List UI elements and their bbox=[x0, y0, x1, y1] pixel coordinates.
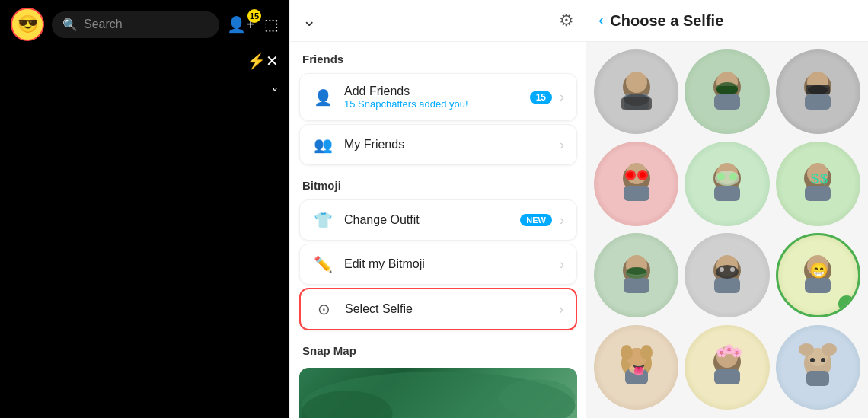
add-friends-item[interactable]: 👤 Add Friends 15 Snapchatters added you!… bbox=[299, 73, 577, 121]
add-friends-content: Add Friends 15 Snapchatters added you! bbox=[344, 85, 530, 110]
friends-section-label: Friends bbox=[290, 42, 586, 70]
svg-point-41 bbox=[716, 265, 739, 279]
change-outfit-item[interactable]: 👕 Change Outfit NEW › bbox=[299, 199, 577, 241]
my-friends-item[interactable]: 👥 My Friends › bbox=[299, 124, 577, 165]
svg-rect-9 bbox=[716, 86, 738, 94]
svg-point-37 bbox=[627, 267, 646, 275]
back-button[interactable]: ‹ bbox=[598, 11, 604, 30]
change-outfit-arrow: › bbox=[560, 212, 564, 228]
select-selfie-title: Select Selfie bbox=[345, 302, 559, 316]
select-selfie-content: Select Selfie bbox=[345, 302, 559, 316]
svg-rect-40 bbox=[714, 278, 740, 293]
right-panel: ‹ Choose a Selfie bbox=[586, 0, 868, 418]
change-outfit-title: Change Outfit bbox=[344, 213, 520, 227]
svg-rect-17 bbox=[624, 186, 649, 201]
selfie-item[interactable] bbox=[594, 233, 678, 317]
add-friends-subtitle: 15 Snapchatters added you! bbox=[344, 98, 530, 110]
chevron-down-icon[interactable]: ˅ bbox=[271, 85, 279, 104]
svg-text:$: $ bbox=[811, 171, 819, 187]
search-bar[interactable]: 🔍 Search bbox=[52, 11, 219, 38]
bitmoji-section-label: Bitmoji bbox=[290, 168, 586, 196]
svg-point-63 bbox=[799, 343, 814, 356]
svg-rect-24 bbox=[714, 186, 740, 201]
svg-point-66 bbox=[810, 358, 815, 362]
svg-point-1 bbox=[626, 72, 647, 93]
svg-point-27 bbox=[729, 173, 737, 180]
snap-map-preview[interactable] bbox=[299, 368, 577, 418]
svg-rect-65 bbox=[806, 371, 829, 386]
select-selfie-item[interactable]: ⊙ Select Selfie › bbox=[299, 288, 577, 330]
svg-point-20 bbox=[627, 172, 633, 178]
svg-rect-57 bbox=[714, 369, 740, 384]
selfie-item[interactable] bbox=[594, 142, 678, 226]
edit-bitmoji-content: Edit my Bitmoji bbox=[344, 257, 560, 271]
svg-point-14 bbox=[808, 85, 828, 94]
scan-button[interactable]: ⬚ bbox=[264, 15, 279, 34]
add-friends-badge: 15 bbox=[530, 91, 552, 104]
my-friends-title: My Friends bbox=[344, 138, 560, 152]
select-selfie-icon: ⊙ bbox=[313, 300, 334, 318]
edit-bitmoji-icon: ✏️ bbox=[312, 255, 333, 273]
right-title: Choose a Selfie bbox=[610, 12, 723, 30]
edit-bitmoji-arrow: › bbox=[560, 257, 564, 273]
add-friends-title: Add Friends bbox=[344, 85, 530, 98]
svg-point-4 bbox=[624, 94, 649, 106]
side-icons: ⚡✕ ˅ bbox=[0, 49, 289, 107]
svg-text:😁: 😁 bbox=[809, 261, 828, 279]
svg-rect-35 bbox=[624, 278, 649, 293]
svg-rect-46 bbox=[805, 278, 831, 293]
edit-bitmoji-item[interactable]: ✏️ Edit my Bitmoji › bbox=[299, 244, 577, 285]
svg-point-50 bbox=[621, 345, 633, 360]
my-friends-content: My Friends bbox=[344, 138, 560, 152]
middle-header: ⌄ ⚙ bbox=[290, 0, 586, 42]
middle-panel: ⌄ ⚙ Friends 👤 Add Friends 15 Snapchatter… bbox=[289, 0, 586, 418]
selfie-grid: $ $ bbox=[586, 42, 868, 418]
user-avatar[interactable]: 😎 bbox=[11, 8, 44, 41]
left-panel: 😎 🔍 Search 👤+ 15 ⬚ ⚡✕ ˅ bbox=[0, 0, 289, 418]
change-outfit-badge: NEW bbox=[520, 214, 552, 226]
my-friends-arrow: › bbox=[560, 137, 564, 153]
selfie-item[interactable]: 🌸 🌸 🌸 bbox=[685, 325, 769, 410]
svg-point-67 bbox=[821, 358, 825, 362]
svg-rect-30 bbox=[805, 186, 831, 201]
selfie-item[interactable] bbox=[685, 142, 769, 226]
edit-bitmoji-title: Edit my Bitmoji bbox=[344, 257, 560, 271]
right-header: ‹ Choose a Selfie bbox=[586, 0, 868, 42]
add-friends-icon: 👤 bbox=[312, 88, 333, 107]
top-bar: 😎 🔍 Search 👤+ 15 ⬚ bbox=[0, 0, 289, 49]
top-icons: 👤+ 15 ⬚ bbox=[227, 15, 279, 34]
selfie-item[interactable] bbox=[685, 233, 769, 317]
selfie-item[interactable]: $ $ bbox=[776, 142, 860, 226]
change-outfit-icon: 👕 bbox=[312, 211, 333, 229]
scan-icon: ⬚ bbox=[264, 16, 279, 33]
svg-point-43 bbox=[730, 267, 735, 272]
select-selfie-arrow: › bbox=[559, 302, 563, 317]
add-friends-arrow: › bbox=[560, 89, 564, 105]
change-outfit-content: Change Outfit bbox=[344, 213, 520, 227]
selfie-item[interactable] bbox=[685, 49, 769, 134]
selfie-item-selected[interactable]: 😁 ✓ bbox=[776, 233, 860, 317]
svg-rect-7 bbox=[714, 94, 740, 110]
selfie-item[interactable] bbox=[594, 49, 678, 134]
settings-button[interactable]: ⚙ bbox=[559, 11, 574, 30]
add-friend-button[interactable]: 👤+ 15 bbox=[227, 15, 255, 34]
selfie-item[interactable]: 👅 bbox=[594, 325, 678, 410]
search-icon: 🔍 bbox=[62, 18, 78, 32]
svg-point-26 bbox=[717, 173, 725, 180]
my-friends-icon: 👥 bbox=[312, 136, 333, 154]
svg-rect-12 bbox=[805, 94, 831, 110]
svg-text:🌸: 🌸 bbox=[723, 343, 735, 355]
search-label: Search bbox=[84, 18, 123, 31]
snap-map-section-label: Snap Map bbox=[290, 333, 586, 362]
svg-point-51 bbox=[640, 345, 653, 360]
notification-badge: 15 bbox=[247, 9, 261, 23]
svg-text:👅: 👅 bbox=[632, 364, 646, 377]
flash-icon[interactable]: ⚡✕ bbox=[247, 52, 279, 70]
svg-point-42 bbox=[720, 267, 724, 272]
selfie-item[interactable] bbox=[776, 49, 860, 134]
svg-point-64 bbox=[822, 343, 837, 356]
selfie-item[interactable] bbox=[776, 325, 860, 410]
svg-text:$: $ bbox=[820, 171, 828, 187]
svg-point-21 bbox=[640, 172, 646, 178]
collapse-button[interactable]: ⌄ bbox=[302, 11, 316, 30]
